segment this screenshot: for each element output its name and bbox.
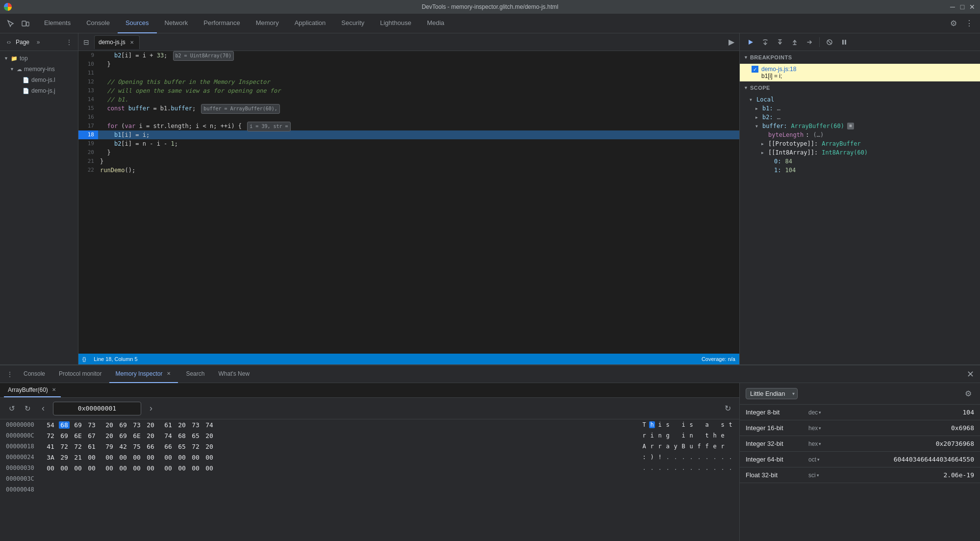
format-button[interactable]: {} [82,356,86,362]
maximize-button[interactable]: □ [958,3,966,11]
memory-settings-button[interactable]: ⚙ [962,388,974,400]
ascii-char-04[interactable] [673,421,678,428]
hex-byte-06[interactable]: 73 [131,421,142,429]
type-row-int64[interactable]: Integer 64-bit oct ▾ 6044034664440346645… [740,452,980,467]
code-lines[interactable]: b2[i] = i + 33; b2 = Uint8Array(70) } //… [98,51,739,354]
tree-item-demo-js-j[interactable]: 📄 demo-js.j [0,85,78,96]
breakpoint-checkbox[interactable]: ✓ [752,66,758,73]
type-row-int32[interactable]: Integer 32-bit hex ▾ 0x20736968 [740,436,980,452]
code-tab-close-button[interactable]: ✕ [128,39,135,46]
hex-byte-02[interactable]: 69 [73,421,83,429]
endian-select-wrapper[interactable]: Little Endian Big Endian ▾ [746,388,798,399]
hex-byte-19[interactable]: 68 [176,432,187,439]
hex-byte-10[interactable]: 72 [45,432,56,439]
int32-format-select[interactable]: hex ▾ [808,440,821,447]
hex-byte-1a[interactable]: 65 [190,432,201,439]
hex-byte-05[interactable]: 69 [118,421,128,429]
tab-performance[interactable]: Performance [196,14,248,33]
hex-byte-14[interactable]: 20 [104,432,115,439]
tab-application[interactable]: Application [287,14,334,33]
scope-local[interactable]: ▼ Local [740,95,980,104]
step-button[interactable] [803,35,816,49]
bottom-menu-button[interactable]: ⋮ [4,368,16,380]
hex-byte-01[interactable]: 68 [59,421,70,429]
tab-elements[interactable]: Elements [36,14,78,33]
ascii-char-09[interactable] [712,421,718,428]
tree-item-memory-ins[interactable]: ▼ ☁ memory-ins [0,64,78,75]
tab-sources[interactable]: Sources [118,14,157,33]
deactivate-button[interactable] [823,35,836,49]
hex-byte-16[interactable]: 6E [131,432,142,439]
inspect-button[interactable] [4,17,18,30]
settings-button[interactable]: ⚙ [947,17,960,30]
ascii-char-06[interactable]: s [688,421,694,428]
type-row-float32[interactable]: Float 32-bit sci ▾ 2.06e-19 [740,467,980,483]
hex-byte-12[interactable]: 6E [73,432,83,439]
hex-byte-08[interactable]: 61 [163,421,174,429]
int16-format-select[interactable]: hex ▾ [808,425,821,432]
endian-select[interactable]: Little Endian Big Endian [746,388,798,399]
tab-security[interactable]: Security [333,14,372,33]
memory-address-input[interactable] [53,402,141,415]
back-forward-button[interactable]: ‹› [4,37,14,47]
toggle-sidebar-button[interactable]: ⊟ [80,36,92,48]
type-row-int16[interactable]: Integer 16-bit hex ▾ 0x6968 [740,420,980,436]
bottom-close-button[interactable]: ✕ [964,368,976,380]
resume-button[interactable] [744,35,757,49]
device-toggle-button[interactable] [19,17,32,30]
scope-buffer[interactable]: ▼ buffer: ArrayBuffer(60) ⊞ [740,122,980,130]
menu-panel-button[interactable]: ⋮ [64,37,74,47]
memory-prev-button[interactable]: ‹ [37,403,49,414]
scope-0[interactable]: 0: 84 [740,157,980,166]
step-over-button[interactable] [758,35,772,49]
ascii-char-0b[interactable]: t [728,421,733,428]
tab-console[interactable]: Console [78,14,118,33]
type-row-int8[interactable]: Integer 8-bit dec ▾ 104 [740,405,980,420]
float32-format-select[interactable]: sci ▾ [808,472,819,479]
hex-byte-0b[interactable]: 74 [204,421,215,429]
hex-byte-17[interactable]: 20 [145,432,156,439]
hex-byte-00[interactable]: 54 [45,421,56,429]
tab-media[interactable]: Media [419,14,452,33]
hex-byte-07[interactable]: 20 [145,421,156,429]
hex-byte-18[interactable]: 74 [163,432,174,439]
close-button[interactable]: ✕ [968,3,976,11]
bottom-tab-search[interactable]: Search [180,365,210,383]
more-button[interactable]: ⋮ [962,17,976,30]
scope-int8array[interactable]: ▶ [[Int8Array]]: Int8Array(60) [740,148,980,157]
ascii-char-01[interactable]: h [649,421,655,428]
tree-item-demo-js-l[interactable]: 📄 demo-js.l [0,75,78,85]
buffer-tab-close-button[interactable]: ✕ [51,387,57,393]
run-snippet-button[interactable]: ▶ [726,36,737,48]
memory-redo-button[interactable]: ↻ [22,403,33,414]
memory-undo-button[interactable]: ↺ [6,403,18,414]
memory-next-button[interactable]: › [145,403,157,414]
code-tab-demo-js[interactable]: demo-js.js ✕ [94,35,140,49]
ascii-char-00[interactable]: T [641,421,647,428]
memory-inspector-tab-close[interactable]: ✕ [165,370,172,377]
memory-refresh-button[interactable]: ↻ [722,403,733,414]
pause-button[interactable] [837,35,851,49]
hex-byte-1b[interactable]: 20 [204,432,215,439]
int64-format-select[interactable]: oct ▾ [808,456,820,463]
ascii-char-05[interactable]: i [680,421,686,428]
tab-lighthouse[interactable]: Lighthouse [372,14,419,33]
ascii-char-03[interactable]: s [665,421,671,428]
tab-network[interactable]: Network [157,14,196,33]
ascii-char-08[interactable]: a [704,421,710,428]
ascii-char-07[interactable] [696,421,702,428]
breakpoint-row[interactable]: ✓ demo-js.js:18 b1[i] = i; [740,64,980,81]
bottom-tab-whats-new[interactable]: What's New [212,365,255,383]
hex-byte-03[interactable]: 73 [86,421,97,429]
hex-byte-09[interactable]: 20 [176,421,187,429]
ascii-char-0a[interactable]: s [720,421,726,428]
hex-byte-15[interactable]: 69 [118,432,128,439]
scope-b2[interactable]: ▶ b2: … [740,113,980,122]
step-out-button[interactable] [788,35,802,49]
scope-prototype[interactable]: ▶ [[Prototype]]: ArrayBuffer [740,139,980,148]
scope-1[interactable]: 1: 104 [740,166,980,175]
scope-bytelength[interactable]: byteLength : (…) [740,130,980,139]
bottom-tab-memory-inspector[interactable]: Memory Inspector ✕ [109,365,178,383]
minimize-button[interactable]: ─ [949,3,956,11]
hex-byte-13[interactable]: 67 [86,432,97,439]
